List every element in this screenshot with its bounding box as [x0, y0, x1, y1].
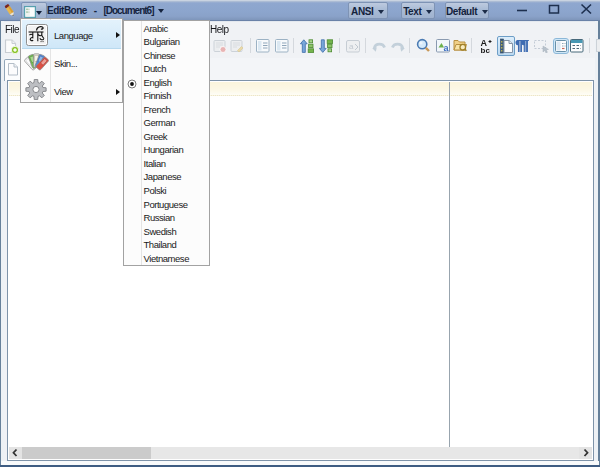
svg-text:bc: bc: [481, 46, 491, 53]
svg-text:a: a: [349, 42, 354, 51]
